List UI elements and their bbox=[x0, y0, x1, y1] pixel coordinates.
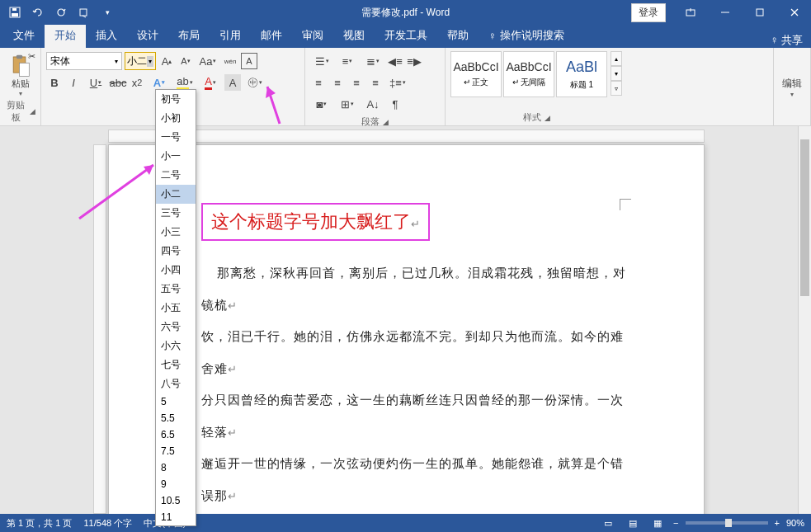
font-size-option[interactable]: 一号 bbox=[156, 128, 196, 147]
bullets-icon[interactable]: ☰▾ bbox=[310, 53, 333, 69]
font-size-dropdown[interactable]: 初号小初一号小一二号小二三号小三四号小四五号小五六号小六七号八号55.56.57… bbox=[155, 89, 196, 526]
shading-icon[interactable]: ◙▾ bbox=[310, 96, 333, 112]
shrink-font-icon[interactable]: A▾ bbox=[177, 53, 194, 69]
print-layout-icon[interactable]: ▤ bbox=[624, 516, 642, 530]
zoom-level[interactable]: 90% bbox=[786, 518, 804, 528]
login-button[interactable]: 登录 bbox=[631, 3, 666, 22]
tell-me-search[interactable]: ♀ 操作说明搜索 bbox=[479, 23, 574, 48]
font-size-option[interactable]: 小六 bbox=[156, 337, 196, 355]
zoom-out-icon[interactable]: − bbox=[673, 518, 678, 528]
grow-font-icon[interactable]: A▴ bbox=[158, 53, 175, 69]
align-left-icon[interactable]: ≡ bbox=[310, 74, 327, 91]
read-mode-icon[interactable]: ▭ bbox=[599, 516, 617, 530]
sort-icon[interactable]: A↓ bbox=[361, 96, 384, 112]
borders-icon[interactable]: ⊞▾ bbox=[336, 96, 359, 112]
show-marks-icon[interactable]: ¶ bbox=[387, 96, 403, 112]
style-scroll-down-icon[interactable]: ▾ bbox=[611, 66, 622, 81]
style-expand-icon[interactable]: ▿ bbox=[611, 81, 622, 96]
web-layout-icon[interactable]: ▦ bbox=[648, 516, 667, 530]
enclose-char-icon[interactable]: ㊥▾ bbox=[243, 74, 266, 91]
page-count[interactable]: 第 1 页，共 1 页 bbox=[7, 517, 72, 530]
tab-layout[interactable]: 布局 bbox=[168, 23, 210, 48]
font-size-option[interactable]: 小五 bbox=[156, 299, 196, 318]
line-spacing-icon[interactable]: ‡≡▾ bbox=[386, 74, 409, 91]
italic-icon[interactable]: I bbox=[65, 74, 82, 91]
justify-icon[interactable]: ≡ bbox=[367, 74, 384, 91]
qat-more-icon[interactable]: ▾ bbox=[101, 6, 114, 19]
tab-mailings[interactable]: 邮件 bbox=[251, 23, 292, 48]
font-size-option[interactable]: 六号 bbox=[156, 318, 196, 337]
font-color-icon[interactable]: A▾ bbox=[199, 74, 222, 91]
font-size-option[interactable]: 七号 bbox=[156, 355, 196, 374]
cut-icon[interactable]: ✂ bbox=[28, 51, 35, 62]
align-right-icon[interactable]: ≡ bbox=[348, 74, 365, 91]
font-size-option[interactable]: 6.5 bbox=[156, 426, 196, 443]
style-normal[interactable]: AaBbCcI ↵ 正文 bbox=[450, 51, 502, 97]
font-name-combo[interactable]: 宋体▾ bbox=[46, 52, 122, 70]
ribbon-options-icon[interactable] bbox=[674, 0, 707, 25]
tab-design[interactable]: 设计 bbox=[127, 23, 168, 48]
font-size-option[interactable]: 二号 bbox=[156, 166, 196, 185]
underline-icon[interactable]: U▾ bbox=[84, 74, 107, 91]
document-page[interactable]: 这个标题字号加大飘红了↵ 那离愁，深秋再回首，离别后，已过几秋。泪成霜花残，独留… bbox=[108, 144, 705, 514]
font-size-option[interactable]: 5 bbox=[156, 393, 196, 410]
font-size-option[interactable]: 小四 bbox=[156, 261, 196, 280]
subscript-icon[interactable]: x2 bbox=[129, 74, 145, 91]
highlight-icon[interactable]: ab▾ bbox=[173, 74, 196, 91]
font-size-option[interactable]: 11 bbox=[156, 509, 196, 525]
close-icon[interactable] bbox=[778, 0, 811, 25]
tab-references[interactable]: 引用 bbox=[210, 23, 251, 48]
style-scroll-up-icon[interactable]: ▴ bbox=[611, 51, 622, 66]
paragraph-launcher-icon[interactable]: ◢ bbox=[383, 118, 389, 126]
document-title-text[interactable]: 这个标题字号加大飘红了 bbox=[211, 211, 411, 232]
zoom-in-icon[interactable]: + bbox=[775, 518, 780, 528]
tab-help[interactable]: 帮助 bbox=[437, 23, 479, 48]
increase-indent-icon[interactable]: ≡▶ bbox=[406, 53, 422, 69]
word-count[interactable]: 11/548 个字 bbox=[83, 517, 132, 530]
font-size-option[interactable]: 7.5 bbox=[156, 443, 196, 459]
char-border-icon[interactable]: A bbox=[241, 53, 257, 69]
phonetic-guide-icon[interactable]: wén bbox=[222, 53, 238, 69]
char-shading-icon[interactable]: A bbox=[224, 74, 241, 91]
tab-insert[interactable]: 插入 bbox=[86, 23, 127, 48]
vertical-ruler[interactable] bbox=[93, 144, 106, 514]
font-size-option[interactable]: 初号 bbox=[156, 90, 196, 109]
font-size-option[interactable]: 10.5 bbox=[156, 492, 196, 509]
font-size-option[interactable]: 小二 bbox=[156, 185, 196, 204]
scrollbar-thumb[interactable] bbox=[800, 139, 809, 296]
tab-home[interactable]: 开始 bbox=[45, 23, 86, 48]
clipboard-launcher-icon[interactable]: ◢ bbox=[30, 107, 35, 115]
tab-file[interactable]: 文件 bbox=[3, 23, 45, 48]
font-size-option[interactable]: 5.5 bbox=[156, 410, 196, 426]
editing-label[interactable]: 编辑 bbox=[782, 77, 802, 91]
font-size-option[interactable]: 小初 bbox=[156, 109, 196, 128]
horizontal-ruler[interactable] bbox=[108, 129, 705, 143]
document-body[interactable]: 那离愁，深秋再回首，离别后，已过几秋。泪成霜花残，独留暗想，对镜梳↵ 饮，泪已千… bbox=[201, 257, 629, 514]
decrease-indent-icon[interactable]: ◀≡ bbox=[387, 53, 403, 69]
redo-icon[interactable] bbox=[54, 6, 68, 19]
font-size-option[interactable]: 八号 bbox=[156, 374, 196, 393]
styles-launcher-icon[interactable]: ◢ bbox=[545, 114, 550, 122]
font-size-option[interactable]: 小一 bbox=[156, 147, 196, 166]
tab-review[interactable]: 审阅 bbox=[292, 23, 333, 48]
maximize-icon[interactable] bbox=[743, 0, 776, 25]
style-nospacing[interactable]: AaBbCcI ↵ 无间隔 bbox=[503, 51, 554, 97]
tab-developer[interactable]: 开发工具 bbox=[375, 23, 437, 48]
font-size-option[interactable]: 9 bbox=[156, 476, 196, 492]
text-effects-icon[interactable]: A▾ bbox=[148, 74, 171, 91]
font-size-option[interactable]: 小三 bbox=[156, 223, 196, 242]
vertical-scrollbar[interactable] bbox=[798, 126, 811, 514]
paste-label[interactable]: 粘贴 bbox=[12, 78, 30, 90]
strikethrough-icon[interactable]: abc bbox=[110, 74, 126, 91]
minimize-icon[interactable] bbox=[709, 0, 742, 25]
tab-view[interactable]: 视图 bbox=[333, 23, 375, 48]
font-size-combo[interactable]: 小二▾ bbox=[125, 52, 156, 70]
qat-icon[interactable] bbox=[78, 6, 91, 19]
font-size-option[interactable]: 8 bbox=[156, 459, 196, 476]
bold-icon[interactable]: B bbox=[46, 74, 63, 91]
zoom-slider[interactable] bbox=[686, 521, 768, 525]
style-heading1[interactable]: AaBl 标题 1 bbox=[556, 51, 607, 97]
change-case-icon[interactable]: Aa▾ bbox=[196, 53, 219, 69]
font-size-option[interactable]: 五号 bbox=[156, 280, 196, 299]
font-size-option[interactable]: 三号 bbox=[156, 204, 196, 223]
